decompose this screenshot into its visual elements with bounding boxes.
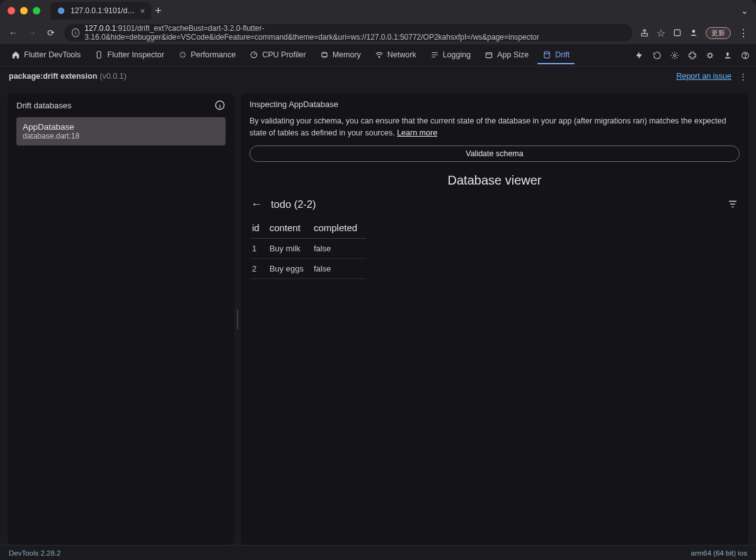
database-name: AppDatabase xyxy=(23,122,219,132)
svg-rect-6 xyxy=(322,53,327,57)
left-panel-title: Drift databases xyxy=(16,101,71,110)
cell-completed: false xyxy=(312,258,366,278)
tab-network[interactable]: Network xyxy=(370,47,421,64)
gear-icon[interactable] xyxy=(670,51,679,60)
memory-icon xyxy=(320,50,329,59)
back-button[interactable]: ← xyxy=(8,28,19,38)
help-icon[interactable] xyxy=(741,51,750,60)
tab-app-size[interactable]: App Size xyxy=(479,47,534,64)
extension-header: package:drift extension (v0.0.1) Report … xyxy=(0,67,756,86)
schema-description: By validating your schema, you can ensur… xyxy=(241,115,748,139)
table-name: todo (2-2) xyxy=(271,198,316,210)
info-icon[interactable] xyxy=(214,100,226,111)
svg-point-0 xyxy=(58,8,65,14)
tabs-dropdown-icon[interactable]: ⌄ xyxy=(741,6,748,16)
bolt-icon[interactable] xyxy=(635,51,644,60)
new-tab-button[interactable]: + xyxy=(155,4,162,18)
tab-favicon-icon xyxy=(57,6,66,15)
left-panel-header: Drift databases xyxy=(8,93,234,117)
bookmark-icon[interactable]: ☆ xyxy=(656,27,665,39)
svg-rect-1 xyxy=(641,33,647,36)
upload-icon[interactable] xyxy=(723,51,732,60)
tab-flutter-inspector[interactable]: Flutter Inspector xyxy=(89,47,169,64)
devtools-version: DevTools 2.28.2 xyxy=(9,549,60,557)
gauge-icon xyxy=(249,50,258,59)
table-toolbar: ← todo (2-2) xyxy=(241,194,748,215)
tab-drift[interactable]: Drift xyxy=(537,47,575,64)
svg-point-14 xyxy=(745,57,745,57)
profile-icon[interactable] xyxy=(689,28,698,37)
report-issue-link[interactable]: Report an issue xyxy=(676,72,731,81)
inspecting-title: Inspecting AppDatabase xyxy=(249,100,338,109)
url-text: 127.0.0.1:9101/drift_ext?cacheBust=dart-… xyxy=(84,24,625,42)
svg-rect-2 xyxy=(674,30,680,35)
wifi-icon xyxy=(375,50,384,59)
filter-icon[interactable] xyxy=(727,198,738,210)
col-content[interactable]: content xyxy=(268,217,312,239)
extension-menu-icon[interactable]: ⋮ xyxy=(739,72,747,81)
traffic-lights xyxy=(8,7,40,14)
col-id[interactable]: id xyxy=(251,217,268,239)
svg-point-7 xyxy=(379,56,380,57)
history-icon[interactable] xyxy=(653,51,662,60)
table-row[interactable]: 2 Buy eggs false xyxy=(251,258,366,278)
titlebar: 127.0.0.1:9101/drift_ext?cache × + ⌄ xyxy=(0,0,756,21)
tab-label: Logging xyxy=(443,50,471,59)
tab-cpu-profiler[interactable]: CPU Profiler xyxy=(244,47,311,64)
share-icon[interactable] xyxy=(640,28,649,37)
col-completed[interactable]: completed xyxy=(312,217,366,239)
svg-point-10 xyxy=(673,54,676,57)
viewer-title: Database viewer xyxy=(241,162,748,194)
omnibox-right-icons: ☆ 更新 ⋮ xyxy=(640,27,748,39)
table-row[interactable]: 1 Buy milk false xyxy=(251,238,366,258)
site-info-icon[interactable]: i xyxy=(72,28,79,37)
omnibox[interactable]: i 127.0.0.1:9101/drift_ext?cacheBust=dar… xyxy=(64,24,633,42)
validate-schema-button[interactable]: Validate schema xyxy=(249,146,740,162)
browser-tab[interactable]: 127.0.0.1:9101/drift_ext?cache × xyxy=(50,2,151,20)
reload-button[interactable]: ⟳ xyxy=(45,28,57,38)
tab-label: App Size xyxy=(497,50,529,59)
back-arrow-icon[interactable]: ← xyxy=(251,198,262,211)
tab-logging[interactable]: Logging xyxy=(425,47,476,64)
cell-completed: false xyxy=(312,238,366,258)
update-pill[interactable]: 更新 xyxy=(706,27,731,39)
cell-id: 1 xyxy=(251,238,268,258)
extension-pkg: package:drift extension xyxy=(9,72,97,81)
status-bar: DevTools 2.28.2 arm64 (64 bit) ios xyxy=(0,545,756,560)
archive-icon xyxy=(484,50,493,59)
tab-flutter-devtools[interactable]: Flutter DevTools xyxy=(6,47,86,64)
app-window: 127.0.0.1:9101/drift_ext?cache × + ⌄ ← →… xyxy=(0,0,756,560)
zoom-button[interactable] xyxy=(33,7,40,14)
svg-rect-12 xyxy=(725,57,730,58)
sparkle-icon xyxy=(178,50,187,59)
close-tab-icon[interactable]: × xyxy=(140,6,145,16)
tab-label: Drift xyxy=(555,50,570,59)
tab-label: Memory xyxy=(333,50,361,59)
svg-point-11 xyxy=(708,54,712,57)
install-app-icon[interactable] xyxy=(673,28,682,37)
splitter-handle[interactable] xyxy=(234,93,241,545)
bug-icon[interactable] xyxy=(706,51,714,60)
extension-icon[interactable] xyxy=(688,51,697,60)
platform-info: arm64 (64 bit) ios xyxy=(691,549,747,557)
address-bar: ← → ⟳ i 127.0.0.1:9101/drift_ext?cacheBu… xyxy=(0,21,756,44)
table-header-row: id content completed xyxy=(251,217,366,239)
database-icon xyxy=(542,50,551,59)
content-area: Drift databases AppDatabase database.dar… xyxy=(0,86,756,545)
tab-title: 127.0.0.1:9101/drift_ext?cache xyxy=(71,6,135,15)
device-icon xyxy=(94,50,103,59)
forward-button[interactable]: → xyxy=(26,28,38,38)
tab-memory[interactable]: Memory xyxy=(315,47,366,64)
tab-performance[interactable]: Performance xyxy=(173,47,241,64)
data-table: id content completed 1 Buy milk false xyxy=(241,215,748,289)
right-panel: Inspecting AppDatabase By validating you… xyxy=(241,93,748,545)
svg-rect-4 xyxy=(97,51,101,58)
close-button[interactable] xyxy=(8,7,15,14)
tab-label: Network xyxy=(387,50,416,59)
database-item[interactable]: AppDatabase database.dart:18 xyxy=(16,117,226,146)
browser-menu-icon[interactable]: ⋮ xyxy=(738,27,748,39)
learn-more-link[interactable]: Learn more xyxy=(397,129,437,137)
minimize-button[interactable] xyxy=(20,7,28,14)
database-path: database.dart:18 xyxy=(23,132,219,140)
cell-content: Buy eggs xyxy=(268,258,312,278)
